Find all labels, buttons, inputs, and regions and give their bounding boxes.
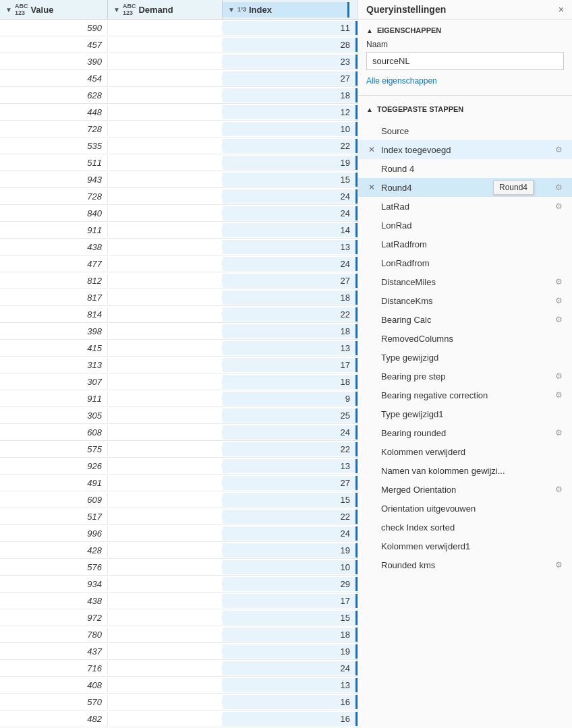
- table-row[interactable]: 934 29: [0, 576, 358, 593]
- table-row[interactable]: 817 18: [0, 289, 358, 306]
- table-row[interactable]: 780 18: [0, 626, 358, 643]
- table-row[interactable]: 415 13: [0, 340, 358, 357]
- step-name: Type gewijzigd: [381, 353, 564, 363]
- table-row[interactable]: 570 16: [0, 694, 358, 710]
- step-delete-icon[interactable]: ✕: [366, 144, 377, 155]
- step-item[interactable]: LatRad ⚙: [358, 197, 572, 216]
- step-item[interactable]: Bearing rounded ⚙: [358, 423, 572, 442]
- table-row[interactable]: 911 9: [0, 390, 358, 407]
- step-delete-icon[interactable]: ✕: [366, 182, 377, 193]
- naam-input[interactable]: [366, 52, 564, 70]
- step-item[interactable]: DistanceMiles ⚙: [358, 272, 572, 291]
- table-row[interactable]: 313 17: [0, 357, 358, 373]
- table-row[interactable]: 438 13: [0, 239, 358, 255]
- step-item[interactable]: LatRadfrom: [358, 235, 572, 253]
- step-gear-icon[interactable]: ⚙: [553, 144, 564, 155]
- table-row[interactable]: 398 18: [0, 323, 358, 340]
- cell-value: 590: [0, 21, 108, 35]
- col-header-demand[interactable]: ▼ ABC123 Demand: [108, 0, 223, 19]
- cell-value: 576: [0, 560, 108, 574]
- col-index-filter-icon[interactable]: ▼: [228, 6, 235, 13]
- step-item[interactable]: Type gewijzigd: [358, 348, 572, 367]
- table-row[interactable]: 943 15: [0, 171, 358, 188]
- col-value-filter-icon[interactable]: ▼: [5, 6, 12, 13]
- table-row[interactable]: 307 18: [0, 373, 358, 390]
- step-item[interactable]: Rounded kms ⚙: [358, 555, 572, 574]
- step-item[interactable]: LonRad: [358, 216, 572, 235]
- panel-close-button[interactable]: ×: [559, 4, 564, 15]
- step-gear-icon[interactable]: ⚙: [553, 559, 564, 570]
- table-row[interactable]: 926 13: [0, 458, 358, 475]
- table-row[interactable]: 482 16: [0, 710, 358, 727]
- step-item[interactable]: Merged Orientation ⚙: [358, 480, 572, 499]
- cell-demand: [108, 615, 223, 619]
- step-item[interactable]: Bearing Calc ⚙: [358, 310, 572, 329]
- step-gear-icon[interactable]: ⚙: [553, 201, 564, 212]
- step-gear-icon[interactable]: ⚙: [553, 182, 564, 193]
- table-row[interactable]: 812 27: [0, 272, 358, 289]
- cell-index: 15: [223, 611, 358, 625]
- col-demand-filter-icon[interactable]: ▼: [113, 6, 120, 13]
- table-row[interactable]: 609 15: [0, 491, 358, 508]
- step-item[interactable]: RemovedColumns: [358, 329, 572, 348]
- table-row[interactable]: 408 13: [0, 677, 358, 694]
- step-gear-icon[interactable]: ⚙: [553, 371, 564, 382]
- step-no-delete: [366, 559, 377, 570]
- table-row[interactable]: 996 24: [0, 525, 358, 542]
- table-row[interactable]: 575 22: [0, 441, 358, 458]
- table-row[interactable]: 814 22: [0, 306, 358, 323]
- step-item[interactable]: ✕ Round4 ⚙ Round4: [358, 178, 572, 197]
- table-row[interactable]: 535 22: [0, 138, 358, 154]
- step-item[interactable]: LonRadfrom: [358, 253, 572, 272]
- step-item[interactable]: Source: [358, 121, 572, 140]
- step-item[interactable]: Kolommen verwijderd: [358, 442, 572, 461]
- table-row[interactable]: 728 24: [0, 188, 358, 205]
- step-item[interactable]: Bearing pre step ⚙: [358, 367, 572, 386]
- table-row[interactable]: 438 17: [0, 593, 358, 609]
- step-gear-icon[interactable]: ⚙: [553, 276, 564, 287]
- table-row[interactable]: 608 24: [0, 424, 358, 441]
- step-item[interactable]: Bearing negative correction ⚙: [358, 386, 572, 404]
- table-row[interactable]: 457 28: [0, 36, 358, 53]
- table-row[interactable]: 590 11: [0, 20, 358, 36]
- step-item[interactable]: Orientation uitgevouwen: [358, 499, 572, 518]
- table-row[interactable]: 511 19: [0, 154, 358, 171]
- cell-demand: [108, 295, 223, 299]
- alle-eigenschappen-link[interactable]: Alle eigenschappen: [366, 76, 437, 86]
- eigenschappen-label: EIGENSCHAPPEN: [377, 26, 441, 34]
- table-row[interactable]: 454 27: [0, 70, 358, 87]
- col-header-index[interactable]: ▼ 1²3 Index: [223, 2, 349, 18]
- table-row[interactable]: 491 27: [0, 475, 358, 491]
- table-row[interactable]: 448 12: [0, 104, 358, 121]
- table-row[interactable]: 728 10: [0, 121, 358, 138]
- table-body[interactable]: 590 11 457 28 390 23 454 27 628 18 448 1…: [0, 20, 358, 728]
- step-item[interactable]: ✕ Index toegevoegd ⚙: [358, 140, 572, 159]
- cell-value: 305: [0, 408, 108, 423]
- step-item[interactable]: Type gewijzigd1: [358, 404, 572, 423]
- table-row[interactable]: 576 10: [0, 559, 358, 576]
- step-gear-icon[interactable]: ⚙: [553, 484, 564, 495]
- table-row[interactable]: 517 22: [0, 508, 358, 525]
- col-header-value[interactable]: ▼ ABC123 Value: [0, 0, 108, 19]
- table-row[interactable]: 428 19: [0, 542, 358, 559]
- step-item[interactable]: Kolommen verwijderd1: [358, 537, 572, 555]
- cell-demand: [108, 666, 223, 670]
- table-row[interactable]: 911 14: [0, 222, 358, 239]
- table-row[interactable]: 840 24: [0, 205, 358, 222]
- table-row[interactable]: 716 24: [0, 660, 358, 677]
- step-gear-icon[interactable]: ⚙: [553, 427, 564, 438]
- steps-list[interactable]: Source ✕ Index toegevoegd ⚙ Round 4 ✕ Ro…: [358, 121, 572, 728]
- table-row[interactable]: 437 19: [0, 643, 358, 660]
- step-gear-icon[interactable]: ⚙: [553, 314, 564, 325]
- step-gear-icon[interactable]: ⚙: [553, 390, 564, 400]
- table-row[interactable]: 628 18: [0, 87, 358, 104]
- step-item[interactable]: DistanceKms ⚙: [358, 291, 572, 310]
- table-row[interactable]: 390 23: [0, 53, 358, 70]
- step-item[interactable]: Round 4: [358, 159, 572, 178]
- step-gear-icon[interactable]: ⚙: [553, 295, 564, 306]
- table-row[interactable]: 305 25: [0, 407, 358, 424]
- table-row[interactable]: 972 15: [0, 609, 358, 626]
- table-row[interactable]: 477 24: [0, 255, 358, 272]
- step-item[interactable]: Namen van kolommen gewijzi...: [358, 461, 572, 480]
- step-item[interactable]: check Index sorted: [358, 518, 572, 537]
